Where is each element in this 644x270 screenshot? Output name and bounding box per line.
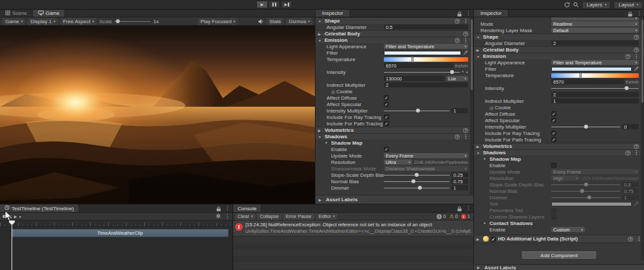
asset-labels-footer[interactable]: ▶ Asset Labels xyxy=(316,195,473,204)
dropdown[interactable]: Every Frame▾ xyxy=(551,169,639,174)
gradient-thumb[interactable] xyxy=(580,73,582,78)
kebab-menu-icon[interactable]: ⋮ xyxy=(634,150,639,156)
color-swatch[interactable] xyxy=(551,67,632,71)
slider-thumb[interactable] xyxy=(412,179,415,183)
scrollbar[interactable] xyxy=(641,18,644,260)
kebab-menu-icon[interactable]: ⋮ xyxy=(466,11,471,16)
pause-button[interactable] xyxy=(269,1,280,8)
fold-icon[interactable]: ▼ xyxy=(483,157,488,161)
checkbox[interactable]: ✓ xyxy=(551,130,556,136)
clear-button[interactable]: Clear▾ xyxy=(235,213,255,220)
fold-icon[interactable]: ▼ xyxy=(318,39,323,42)
asset-labels-footer[interactable]: ▶ Asset Labels xyxy=(474,264,644,270)
dropdown[interactable]: ▾ xyxy=(551,17,639,21)
value-field[interactable]: 0.75 xyxy=(451,179,468,184)
value-field[interactable]: 0.5 xyxy=(384,24,468,30)
shadows-row[interactable]: ▼Shadows?⋮ xyxy=(474,149,644,156)
celestial-body-row[interactable]: ▶Celestial Body? xyxy=(316,30,473,37)
value-field[interactable]: 1 xyxy=(551,98,639,104)
value-field[interactable]: 6570 xyxy=(384,63,453,68)
display-dropdown[interactable]: Display 1▾ xyxy=(28,18,57,25)
mute-audio-icon[interactable] xyxy=(258,19,264,24)
fold-icon[interactable]: ▼ xyxy=(318,19,323,23)
checkbox[interactable]: ✓ xyxy=(384,114,389,120)
checkbox[interactable] xyxy=(551,163,556,168)
error-count-toggle[interactable]: !1 xyxy=(461,213,470,219)
slider[interactable] xyxy=(551,195,620,201)
value-field[interactable]: 2 xyxy=(551,40,639,46)
color-swatch[interactable] xyxy=(551,202,632,206)
help-icon[interactable]: ? xyxy=(634,35,639,40)
lock-icon[interactable] xyxy=(457,10,462,19)
tab-console[interactable]: Console xyxy=(233,204,261,212)
slider-thumb[interactable] xyxy=(580,189,584,193)
value-field[interactable]: 1 xyxy=(451,185,468,190)
temperature-gradient[interactable] xyxy=(384,57,468,62)
play-focused-dropdown[interactable]: Play Focused▾ xyxy=(198,18,238,25)
shadows-row[interactable]: ▼Shadows?⋮ xyxy=(316,133,473,140)
shape-row[interactable]: ▼Shape? xyxy=(474,33,644,40)
play-icon[interactable]: ▶ xyxy=(14,214,17,219)
add-component-button[interactable]: Add Component xyxy=(521,251,597,260)
game-mode-dropdown[interactable]: Game▾ xyxy=(3,18,25,25)
value-field[interactable]: 2 xyxy=(384,82,468,87)
flare-icon[interactable]: * xyxy=(462,70,464,75)
help-icon[interactable]: ? xyxy=(463,128,468,133)
step-button[interactable]: ▶ xyxy=(281,1,292,8)
help-icon[interactable]: ? xyxy=(634,48,639,53)
checkbox[interactable]: ✓ xyxy=(384,121,389,126)
slider-thumb[interactable] xyxy=(625,86,629,90)
color-swatch[interactable] xyxy=(384,51,461,55)
value-field[interactable]: 1 xyxy=(622,195,639,200)
slider-thumb[interactable] xyxy=(416,109,420,113)
gizmos-dropdown[interactable]: Gizmos▾ xyxy=(286,18,312,25)
value-field[interactable]: 0.25 xyxy=(451,172,468,177)
value-field[interactable]: 130000 xyxy=(384,76,444,81)
slider[interactable] xyxy=(384,69,460,75)
dropdown[interactable]: Every Frame▾ xyxy=(384,153,468,158)
game-render-area[interactable] xyxy=(0,26,315,204)
temperature-gradient[interactable] xyxy=(551,73,639,78)
checkbox[interactable]: ✓ xyxy=(384,102,389,107)
slider-thumb[interactable] xyxy=(415,173,419,177)
fold-icon[interactable]: ▶ xyxy=(477,237,481,241)
gear-icon[interactable] xyxy=(216,213,221,219)
shadow-map-row[interactable]: ▼Shadow Map xyxy=(316,140,473,146)
value-field[interactable]: 0 xyxy=(622,124,639,129)
slider[interactable] xyxy=(384,185,450,191)
kebab-menu-icon[interactable]: ⋮ xyxy=(463,19,468,24)
checkbox[interactable] xyxy=(551,208,556,213)
error-pause-button[interactable]: Error Pause xyxy=(283,213,314,220)
history-icon[interactable] xyxy=(564,2,570,8)
dropdown[interactable]: Realtime▾ xyxy=(551,21,639,26)
fold-icon[interactable]: ▼ xyxy=(325,141,329,145)
slider[interactable] xyxy=(551,86,639,91)
value-field[interactable]: 0.75 xyxy=(622,188,639,194)
slider-thumb[interactable] xyxy=(584,183,588,186)
component-enabled-checkbox[interactable]: ✓ xyxy=(491,237,496,242)
tab-scene[interactable]: Scene xyxy=(0,10,33,17)
emission-row[interactable]: ▼Emission?⋮ xyxy=(316,37,473,43)
eyedropper-icon[interactable] xyxy=(634,201,639,206)
fold-icon[interactable]: ▶ xyxy=(477,145,481,148)
scale-slider-thumb[interactable] xyxy=(116,19,120,23)
dropdown[interactable]: Ultra▾ xyxy=(384,159,412,165)
layers-dropdown[interactable]: Layers▾ xyxy=(582,1,611,9)
fold-icon[interactable]: ▶ xyxy=(477,48,481,52)
checkbox[interactable]: ✓ xyxy=(551,118,556,123)
timeline-ruler[interactable] xyxy=(0,221,232,227)
dropdown[interactable]: Distance Shadowmask▾ xyxy=(384,166,468,171)
value-field[interactable]: 0.5 xyxy=(622,182,639,187)
help-icon[interactable]: ? xyxy=(625,150,630,156)
aspect-dropdown[interactable]: Free Aspect▾ xyxy=(61,18,97,25)
slider-thumb[interactable] xyxy=(584,125,588,129)
tab-inspector[interactable]: Inspector xyxy=(316,10,350,17)
kebab-menu-icon[interactable]: ⋮ xyxy=(463,38,468,43)
play-button[interactable]: ▶ xyxy=(256,1,268,8)
fold-icon[interactable]: ▼ xyxy=(477,151,481,155)
slider-thumb[interactable] xyxy=(450,70,454,74)
help-icon[interactable]: ? xyxy=(625,54,630,59)
checkbox[interactable]: ✓ xyxy=(384,95,389,100)
kebab-menu-icon[interactable]: ⋮ xyxy=(636,11,641,16)
fold-icon[interactable]: ▼ xyxy=(318,135,323,139)
